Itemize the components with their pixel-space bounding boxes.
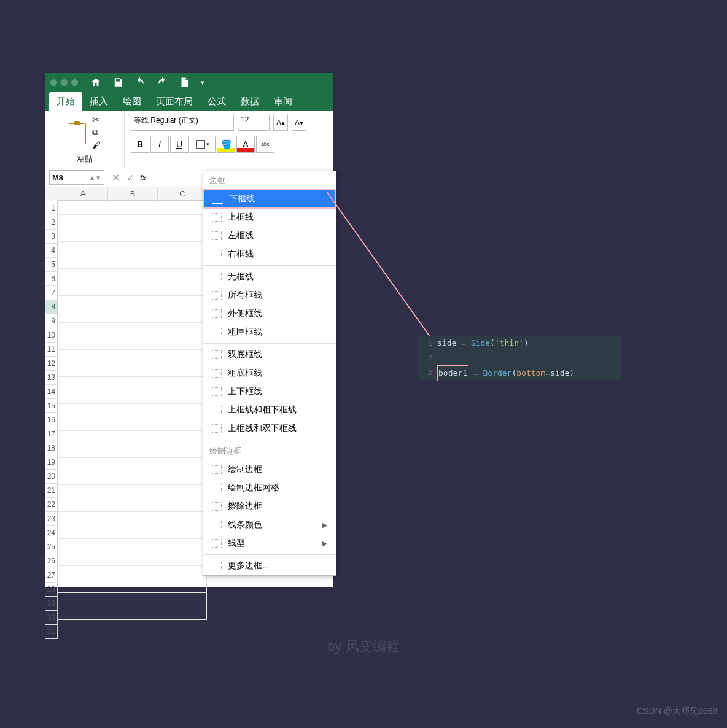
cell[interactable] [157,363,207,377]
cell[interactable] [107,309,157,323]
row-header[interactable]: 14 [45,385,58,399]
cell[interactable] [157,512,207,525]
cell[interactable] [157,498,207,512]
dropdown-item[interactable]: 粗底框线 [203,364,336,382]
cell[interactable] [58,485,107,498]
row-header[interactable]: 21 [45,484,58,498]
cell[interactable] [107,363,157,377]
fx-label[interactable]: fx [140,173,146,182]
cell[interactable] [157,417,207,431]
cell[interactable] [157,471,207,485]
cell[interactable] [107,498,157,512]
cell[interactable] [107,606,157,620]
row-header[interactable]: 29 [45,597,58,611]
cell[interactable] [157,282,207,296]
font-color-button[interactable]: A [236,136,255,153]
cell[interactable] [157,593,207,606]
cell[interactable] [157,552,207,566]
home-icon[interactable] [90,77,101,88]
cell[interactable] [157,323,207,336]
format-painter-icon[interactable]: 🖌 [92,140,101,150]
cell[interactable] [107,404,157,417]
cell[interactable] [157,309,207,323]
confirm-icon[interactable]: ✓ [123,172,138,184]
row-header[interactable]: 15 [45,399,58,413]
cell[interactable] [58,471,107,485]
dropdown-item[interactable]: 线型▶ [203,534,336,552]
tab-review[interactable]: 审阅 [266,92,300,111]
dropdown-item[interactable]: 上框线和双下框线 [203,419,336,438]
increase-font-button[interactable]: A▴ [273,115,288,131]
cell[interactable] [107,525,157,539]
cell[interactable] [58,377,107,390]
cell[interactable] [58,579,107,593]
dropdown-item[interactable]: 更多边框... [203,557,336,575]
cell[interactable] [157,458,207,471]
dropdown-item[interactable]: 右框线 [203,245,336,263]
cell[interactable] [58,242,107,255]
cell[interactable] [107,377,157,390]
row-header[interactable]: 8 [45,300,58,314]
cell[interactable] [58,525,107,539]
tab-draw[interactable]: 绘图 [115,92,149,111]
dropdown-item[interactable]: 线条颜色▶ [203,516,336,534]
cell[interactable] [58,539,107,552]
dropdown-item[interactable]: 上下框线 [203,382,336,401]
cell[interactable] [107,579,157,593]
cell[interactable] [157,242,207,255]
cell[interactable] [107,269,157,282]
row-header[interactable]: 27 [45,568,58,583]
cell[interactable] [107,485,157,498]
font-size-select[interactable]: 12 [238,115,270,131]
dropdown-item[interactable]: 所有框线 [203,286,336,304]
phonetic-button[interactable]: abc [256,136,274,153]
cell[interactable] [107,539,157,552]
customize-icon[interactable]: ▾ [201,79,204,87]
cell[interactable] [157,269,207,282]
row-header[interactable]: 13 [45,371,58,385]
cell[interactable] [157,404,207,417]
cell[interactable] [157,336,207,350]
cell[interactable] [157,606,207,620]
row-header[interactable]: 7 [45,286,58,300]
cell[interactable] [107,552,157,566]
row-header[interactable]: 30 [45,611,58,625]
cell[interactable] [107,215,157,228]
dropdown-item[interactable]: 无框线 [203,268,336,286]
cell[interactable] [58,417,107,431]
cell[interactable] [58,404,107,417]
cell[interactable] [58,566,107,579]
cell[interactable] [107,458,157,471]
cell[interactable] [58,282,107,296]
save-icon[interactable] [112,77,123,88]
redo-icon[interactable] [157,77,168,88]
cell[interactable] [157,255,207,269]
cell[interactable] [58,512,107,525]
undo-icon[interactable] [134,77,146,88]
row-header[interactable]: 6 [45,272,58,286]
col-header-a[interactable]: A [58,187,108,201]
cell[interactable] [157,228,207,242]
row-header[interactable]: 19 [45,455,58,470]
cell[interactable] [157,296,207,309]
dropdown-item[interactable]: 左框线 [203,227,336,245]
cell[interactable] [107,444,157,458]
tab-formula[interactable]: 公式 [200,92,233,111]
row-header[interactable]: 28 [45,583,58,597]
cell[interactable] [58,363,107,377]
row-header[interactable]: 17 [45,427,58,441]
row-header[interactable]: 5 [45,258,58,272]
dropdown-item[interactable]: 上框线 [203,208,336,227]
cell[interactable] [107,228,157,242]
col-header-c[interactable]: C [158,187,208,201]
cell[interactable] [58,458,107,471]
cell[interactable] [58,228,107,242]
cell[interactable] [58,336,107,350]
row-header[interactable]: 16 [45,413,58,427]
font-name-select[interactable]: 等线 Regular (正文) [131,115,234,131]
row-header[interactable]: 10 [45,328,58,343]
cell[interactable] [157,485,207,498]
cell[interactable] [157,566,207,579]
name-box[interactable]: M8▲▼ [49,170,104,185]
cell[interactable] [157,350,207,363]
